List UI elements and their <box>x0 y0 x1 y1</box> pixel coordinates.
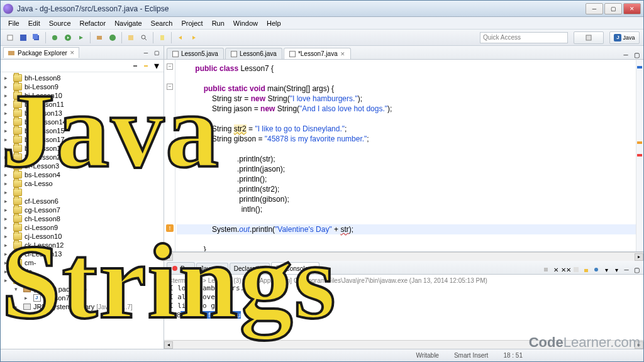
menu-edit[interactable]: Edit <box>25 18 44 28</box>
expand-arrow[interactable]: ▸ <box>4 154 11 160</box>
tree-item[interactable]: ▸cm- <box>1 258 164 267</box>
tree-item[interactable]: ▸son6 <box>1 276 164 285</box>
editor-tab-lesson7[interactable]: *Lesson7.java✕ <box>284 48 351 59</box>
expand-arrow[interactable]: ▸ <box>4 216 11 222</box>
expand-arrow[interactable]: ▸ <box>4 207 11 213</box>
menu-refactor[interactable]: Refactor <box>76 18 110 28</box>
tree-item[interactable]: ▸bm-Lesson14 <box>1 118 164 126</box>
expand-arrow[interactable]: ▸ <box>4 84 11 90</box>
expand-arrow[interactable]: ▸ <box>4 110 11 116</box>
tree-item[interactable]: ▸cj-Lesson10 <box>1 232 164 241</box>
maximize-console-button[interactable]: ▢ <box>632 265 641 274</box>
tree-item[interactable]: ▸bo-Lesson17 <box>1 135 164 144</box>
expand-arrow[interactable]: ▸ <box>4 198 11 204</box>
package-explorer-tab[interactable]: Package Explorer ✕ <box>3 47 79 58</box>
tree-item[interactable]: ▸bk-Lesson11 <box>1 100 164 109</box>
open-console-button[interactable]: ▾ <box>612 265 621 274</box>
expand-arrow[interactable]: ▸ <box>4 136 11 143</box>
open-type-button[interactable] <box>125 32 136 43</box>
toggle-mark-button[interactable] <box>157 32 168 43</box>
editor-tab-lesson5[interactable]: Lesson5.java <box>167 48 224 59</box>
search-button[interactable] <box>138 32 150 43</box>
menu-file[interactable]: File <box>4 18 23 28</box>
code-editor[interactable]: − public class Lesson7 { − public static… <box>164 60 643 252</box>
tree-item[interactable]: ▸ck-Lesson12 <box>1 241 164 250</box>
maximize-editor-button[interactable]: ▢ <box>632 50 641 59</box>
tree-item[interactable]: ▸ci-Lesson9 <box>1 223 164 232</box>
tree-item[interactable]: ▸JRE System Library [JavaSE-1.7] <box>1 302 164 311</box>
scroll-lock-button[interactable] <box>582 265 591 274</box>
editor-tab-lesson6[interactable]: Lesson6.java <box>225 48 282 59</box>
declaration-tab[interactable]: Declaration <box>230 263 270 274</box>
javadoc-tab[interactable]: Javadoc <box>196 263 228 274</box>
display-selected-button[interactable]: ▾ <box>602 265 611 274</box>
expand-arrow[interactable]: ▸ <box>4 163 11 169</box>
fold-toggle[interactable]: − <box>167 84 173 90</box>
save-all-button[interactable] <box>31 32 42 43</box>
editor-hscrollbar[interactable]: ◂ ▸ <box>164 252 643 261</box>
new-package-button[interactable] <box>94 32 105 43</box>
console-output[interactable]: <terminated> Lesson7 (3) [Java Applicati… <box>164 275 643 340</box>
forward-button[interactable] <box>188 32 199 43</box>
view-menu-button[interactable]: ▾ <box>152 62 161 70</box>
menu-help[interactable]: Help <box>263 18 285 28</box>
console-hscrollbar[interactable]: ◂ ▸ <box>164 340 643 349</box>
tree-item[interactable]: ▸cf-Lesson6 <box>1 197 164 206</box>
tree-item[interactable]: ▸cl-Lesson13 <box>1 250 164 258</box>
expand-arrow[interactable]: ▸ <box>4 189 11 195</box>
collapse-all-button[interactable] <box>131 62 140 70</box>
open-perspective-button[interactable] <box>574 31 604 44</box>
expand-arrow[interactable]: ▸ <box>4 233 11 239</box>
project-tree[interactable]: ▸bh-Lesson8▸bi-Lesson9▸bj-Lesson10▸bk-Le… <box>1 72 164 349</box>
new-button[interactable] <box>4 32 16 43</box>
expand-arrow[interactable]: ▸ <box>4 251 11 257</box>
remove-launch-button[interactable]: ✕ <box>552 265 560 274</box>
maximize-button[interactable]: ▢ <box>604 3 622 14</box>
scroll-left-button[interactable]: ◂ <box>164 253 173 261</box>
minimize-button[interactable]: ─ <box>586 3 603 14</box>
tree-item[interactable]: ▸bl-Lesson13 <box>1 109 164 118</box>
menu-navigate[interactable]: Navigate <box>111 18 145 28</box>
menu-run[interactable]: Run <box>208 18 228 28</box>
tree-item[interactable]: ▸ <box>1 188 164 197</box>
terminate-button[interactable] <box>541 265 550 274</box>
tree-item[interactable]: ▸ca-Lesso <box>1 179 164 188</box>
clear-console-button[interactable] <box>572 265 580 274</box>
expand-arrow[interactable]: ▸ <box>4 180 11 187</box>
fold-toggle[interactable]: − <box>167 63 173 70</box>
minimize-editor-button[interactable]: ─ <box>621 50 630 59</box>
problems-tab[interactable]: Pro <box>167 262 195 274</box>
tree-item[interactable]: ▸Lesson7.java <box>1 293 164 302</box>
tree-item[interactable]: ▸de- <box>1 267 164 276</box>
expand-arrow[interactable]: ▸ <box>4 268 11 275</box>
expand-arrow[interactable]: ▸ <box>4 224 11 231</box>
tree-item[interactable]: ▸cg-Lesson7 <box>1 206 164 214</box>
console-tab[interactable]: Console✕ <box>271 262 319 274</box>
expand-arrow[interactable]: ▸ <box>4 119 11 125</box>
expand-arrow[interactable]: ▸ <box>4 92 11 99</box>
tree-item[interactable]: ▾(default package) <box>1 285 164 293</box>
expand-arrow[interactable]: ▸ <box>4 242 11 248</box>
scroll-left-button[interactable]: ◂ <box>164 341 173 349</box>
link-editor-button[interactable] <box>142 62 150 70</box>
menu-window[interactable]: Window <box>230 18 262 28</box>
expand-arrow[interactable]: ▸ <box>4 277 11 283</box>
back-button[interactable] <box>175 32 186 43</box>
minimize-pane-button[interactable]: ─ <box>142 48 150 57</box>
run-last-button[interactable] <box>75 32 87 43</box>
debug-button[interactable] <box>49 32 60 43</box>
tree-item[interactable]: ▸bi-Lesson9 <box>1 82 164 91</box>
tree-item[interactable]: ▸br-Lesson3 <box>1 162 164 170</box>
save-button[interactable] <box>18 32 29 43</box>
tree-item[interactable]: ▸ch-Lesson8 <box>1 214 164 223</box>
run-button[interactable] <box>62 32 74 43</box>
menu-project[interactable]: Project <box>177 18 206 28</box>
expand-arrow[interactable]: ▸ <box>4 128 11 134</box>
java-perspective-button[interactable]: JJava <box>609 31 640 44</box>
tree-item[interactable]: ▸bn-Lesson15 <box>1 126 164 135</box>
new-class-button[interactable] <box>107 32 118 43</box>
expand-arrow[interactable]: ▸ <box>4 145 11 151</box>
quick-access-input[interactable]: Quick Access <box>480 32 568 43</box>
tree-item[interactable]: ▸bj-Lesson10 <box>1 91 164 100</box>
maximize-pane-button[interactable]: ▢ <box>152 48 161 57</box>
